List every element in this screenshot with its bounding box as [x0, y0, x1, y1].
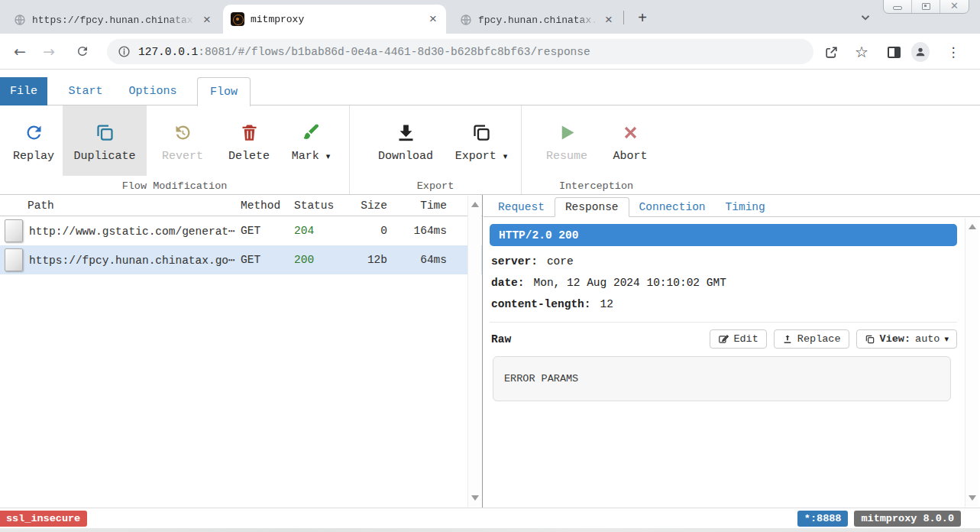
- ssl-insecure-badge: ssl_insecure: [0, 511, 87, 527]
- revert-button[interactable]: Revert: [147, 105, 218, 176]
- flow-row-fpcy-selected[interactable]: https://fpcy.hunan.chinatax.go⋯ GET 200 …: [0, 245, 482, 274]
- flow-row-gstatic[interactable]: http://www.gstatic.com/generat⋯ GET 204 …: [0, 216, 482, 245]
- status-bar: ssl_insecure *:8888 mitmproxy 8.0.0: [0, 508, 980, 528]
- group-label-flow-modification: Flow Modification: [0, 176, 349, 192]
- tab-connection[interactable]: Connection: [629, 198, 716, 216]
- flow-marker-button[interactable]: [5, 248, 23, 271]
- tab-timing[interactable]: Timing: [716, 198, 775, 216]
- close-tab-icon[interactable]: ×: [603, 14, 614, 27]
- flow-list-scrollbar[interactable]: [467, 196, 481, 507]
- abort-button[interactable]: Abort: [601, 105, 659, 176]
- header-value: core: [547, 255, 574, 268]
- replay-button[interactable]: Replay: [5, 105, 63, 176]
- browser-address-bar: ← → 127.0.0.1:8081/#/flows/b1bab86d-0e4a…: [0, 34, 980, 70]
- window-maximize-button[interactable]: [912, 0, 940, 13]
- window-minimize-button[interactable]: [884, 0, 912, 13]
- url-host: 127.0.0.1: [138, 46, 198, 58]
- column-header-method[interactable]: Method: [241, 200, 294, 212]
- detail-scrollbar[interactable]: [965, 218, 978, 507]
- tab-request[interactable]: Request: [488, 198, 555, 216]
- tab-search-chevron-icon[interactable]: [859, 11, 872, 24]
- group-interception: Resume Abort Interception: [522, 105, 671, 194]
- tab-response[interactable]: Response: [555, 197, 629, 217]
- response-status-line[interactable]: HTTP/2.0 200: [490, 224, 957, 246]
- mark-caret-icon: ▾: [326, 151, 331, 161]
- close-tab-icon[interactable]: ×: [202, 14, 212, 27]
- browser-tab-strip: https://fpcy.hunan.chinatax.g × mitmprox…: [0, 0, 980, 34]
- tab-separator: [623, 11, 624, 24]
- site-info-icon[interactable]: [118, 45, 131, 58]
- response-body[interactable]: ERROR PARAMS: [493, 356, 951, 401]
- new-tab-button[interactable]: +: [632, 8, 652, 28]
- download-button[interactable]: Download: [367, 105, 445, 176]
- tab-title: fpcy.hunan.chinatax.gov.cn: [478, 15, 597, 26]
- scroll-down-icon[interactable]: [969, 495, 976, 501]
- delete-button[interactable]: Delete: [218, 105, 280, 176]
- status-right-badges: *:8888 mitmproxy 8.0.0: [797, 511, 961, 527]
- profile-avatar[interactable]: [911, 43, 930, 61]
- flow-method: GET: [241, 225, 294, 237]
- header-value: 12: [600, 298, 613, 310]
- header-name: server:: [491, 255, 538, 268]
- side-panel-button[interactable]: [885, 43, 903, 61]
- detail-tabs: Request Response Connection Timing: [484, 195, 980, 217]
- column-header-status[interactable]: Status: [294, 200, 343, 212]
- header-content-length[interactable]: content-length:12: [491, 298, 980, 310]
- header-server[interactable]: server:core: [491, 255, 980, 268]
- column-header-time[interactable]: Time: [387, 200, 447, 212]
- scroll-up-icon[interactable]: [969, 224, 976, 229]
- replace-button[interactable]: Replace: [774, 329, 849, 349]
- duplicate-icon: [95, 122, 115, 143]
- group-label-interception: Interception: [522, 176, 671, 192]
- edit-button[interactable]: Edit: [710, 329, 766, 349]
- browser-tab-mitmproxy[interactable]: mitmproxy ×: [223, 5, 446, 34]
- resume-button[interactable]: Resume: [532, 105, 601, 176]
- reload-button[interactable]: [73, 42, 92, 60]
- export-caret-icon: ▾: [503, 151, 508, 161]
- section-divider: [490, 322, 957, 323]
- scroll-down-icon[interactable]: [471, 495, 479, 501]
- share-button[interactable]: [822, 43, 840, 61]
- menu-file[interactable]: File: [0, 77, 47, 105]
- column-header-size[interactable]: Size: [343, 200, 387, 212]
- flow-path: https://fpcy.hunan.chinatax.go⋯: [29, 254, 241, 267]
- flow-list-header: Path Method Status Size Time: [0, 195, 482, 216]
- column-header-path[interactable]: Path: [27, 200, 241, 212]
- menu-options[interactable]: Options: [118, 77, 188, 105]
- flow-toolbar: Replay Duplicate Revert Delete Mark ▾: [0, 105, 980, 195]
- export-button[interactable]: Export ▾: [445, 105, 518, 176]
- duplicate-button[interactable]: Duplicate: [63, 105, 147, 176]
- header-date[interactable]: date:Mon, 12 Aug 2024 10:10:02 GMT: [491, 277, 980, 289]
- window-close-button[interactable]: ✕: [940, 0, 969, 13]
- bookmark-star-icon[interactable]: ☆: [852, 43, 871, 61]
- export-icon: [471, 122, 492, 143]
- upload-icon: [782, 334, 793, 345]
- download-icon: [396, 122, 416, 143]
- view-mode-label: Raw: [491, 333, 703, 345]
- group-export: Download Export ▾ Export: [350, 105, 522, 194]
- mitmproxy-favicon-icon: [231, 12, 244, 26]
- back-button[interactable]: ←: [11, 42, 29, 60]
- flow-detail-panel: Request Response Connection Timing HTTP/…: [484, 195, 980, 508]
- flow-status: 200: [294, 254, 343, 266]
- revert-icon: [173, 122, 193, 143]
- flow-marker-button[interactable]: [5, 219, 23, 242]
- browser-tab-fpcy[interactable]: fpcy.hunan.chinatax.gov.cn ×: [452, 6, 622, 34]
- view-mode-button[interactable]: View: auto ▾: [856, 329, 957, 349]
- menu-start[interactable]: Start: [57, 77, 115, 105]
- mark-button[interactable]: Mark ▾: [280, 105, 342, 176]
- close-tab-icon[interactable]: ×: [428, 13, 438, 26]
- menu-flow-active[interactable]: Flow: [197, 77, 251, 106]
- url-bar[interactable]: 127.0.0.1:8081/#/flows/b1bab86d-0e4a-446…: [107, 39, 813, 64]
- delete-icon: [239, 122, 260, 143]
- globe-icon: [460, 14, 472, 26]
- resume-play-icon: [557, 122, 577, 143]
- content-view-bar: Raw Edit Replace View: auto ▾: [491, 329, 957, 349]
- scroll-up-icon[interactable]: [471, 202, 479, 207]
- desktop-edge: [0, 528, 980, 532]
- replay-icon: [24, 122, 44, 143]
- forward-button[interactable]: →: [40, 42, 58, 60]
- browser-menu-button[interactable]: ⋮: [944, 43, 962, 61]
- url-text: 127.0.0.1:8081/#/flows/b1bab86d-0e4a-446…: [138, 46, 590, 58]
- browser-tab-fpcy-https[interactable]: https://fpcy.hunan.chinatax.g ×: [6, 6, 220, 34]
